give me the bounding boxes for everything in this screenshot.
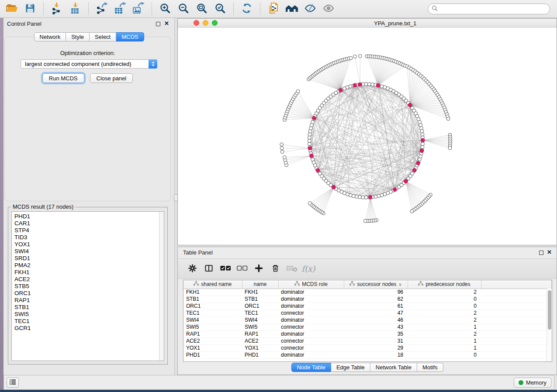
mcds-result-item[interactable]: ACE2 bbox=[14, 276, 158, 283]
toolbar-separator bbox=[260, 3, 260, 15]
table-row[interactable]: TEC1 TEC1 connector 47 2 bbox=[183, 309, 552, 316]
export-network-button[interactable] bbox=[94, 1, 110, 16]
tab-motifs[interactable]: Motifs bbox=[417, 363, 443, 372]
close-table-panel-icon[interactable]: ✕ bbox=[547, 249, 552, 255]
export-image-icon bbox=[132, 2, 145, 16]
table-scrollbar[interactable] bbox=[547, 289, 552, 361]
select-all-button[interactable] bbox=[219, 262, 232, 275]
run-mcds-button[interactable]: Run MCDS bbox=[42, 73, 84, 83]
table-row[interactable]: SWI4 SWI4 dominator 46 2 bbox=[183, 316, 552, 323]
float-panel-icon[interactable] bbox=[156, 22, 160, 26]
tab-network[interactable]: Network bbox=[34, 32, 66, 41]
column-header-name[interactable]: name bbox=[242, 280, 278, 289]
column-header-shared-name[interactable]: shared name bbox=[183, 280, 242, 289]
column-header-predecessor-nodes[interactable]: predecessor nodes bbox=[408, 280, 481, 289]
mcds-result-item[interactable]: SWI5 bbox=[14, 311, 158, 318]
save-session-button[interactable] bbox=[22, 1, 38, 16]
zoom-fit-button[interactable] bbox=[194, 1, 210, 16]
memory-status-icon bbox=[519, 380, 523, 385]
network-graph[interactable] bbox=[178, 28, 557, 245]
zoom-out-button[interactable] bbox=[176, 1, 191, 16]
export-table-button[interactable] bbox=[112, 1, 128, 16]
tab-network-table[interactable]: Network Table bbox=[370, 363, 417, 372]
minimize-window-icon[interactable] bbox=[203, 20, 208, 26]
mcds-result-item[interactable]: TID3 bbox=[14, 234, 158, 241]
table-scrollbar-thumb[interactable] bbox=[548, 290, 551, 330]
memory-button[interactable]: Memory bbox=[514, 378, 551, 388]
tab-style[interactable]: Style bbox=[66, 32, 90, 41]
dropdown-stepper-icon bbox=[149, 59, 157, 69]
columns-icon bbox=[204, 264, 213, 274]
twin-house-button[interactable] bbox=[284, 1, 300, 16]
mcds-result-item[interactable]: TEC1 bbox=[14, 318, 158, 325]
import-network-button[interactable] bbox=[49, 1, 65, 16]
table-settings-button[interactable] bbox=[186, 262, 199, 275]
maximize-window-icon[interactable] bbox=[212, 20, 218, 26]
function-builder-button[interactable]: f(x) bbox=[302, 262, 315, 275]
table-row[interactable]: YOX1 YOX1 connector 29 1 bbox=[183, 344, 552, 351]
sort-chevron-icon: ∨ bbox=[398, 282, 401, 287]
delete-column-button[interactable] bbox=[269, 262, 282, 275]
add-column-button[interactable] bbox=[252, 262, 265, 275]
mcds-result-item[interactable]: SRD1 bbox=[14, 255, 158, 262]
network-canvas[interactable] bbox=[178, 28, 557, 245]
search-input[interactable] bbox=[440, 6, 546, 12]
list-icon bbox=[9, 379, 16, 386]
desktop-edge bbox=[0, 18, 3, 390]
zoom-selected-button[interactable] bbox=[212, 1, 228, 16]
close-panel-icon[interactable]: ✕ bbox=[164, 21, 169, 27]
delete-table-button[interactable] bbox=[285, 262, 298, 275]
zoom-in-button[interactable] bbox=[157, 1, 173, 16]
column-header-successor-nodes[interactable]: successor nodes∨ bbox=[344, 280, 408, 289]
table-body: FKH1 FKH1 dominator 96 2 STB1 STB1 bbox=[183, 289, 552, 358]
mcds-result-item[interactable]: RAP1 bbox=[14, 297, 158, 304]
mcds-result-item[interactable]: PHD1 bbox=[14, 213, 158, 220]
table-row[interactable]: FKH1 FKH1 dominator 96 2 bbox=[183, 289, 552, 296]
mcds-result-item[interactable]: STB1 bbox=[14, 304, 158, 311]
search-field[interactable] bbox=[428, 3, 550, 14]
import-table-button[interactable] bbox=[67, 1, 83, 16]
network-window-titlebar[interactable]: YPA_prune.txt_1 bbox=[178, 19, 557, 28]
float-table-panel-icon[interactable] bbox=[539, 251, 543, 255]
refresh-layout-button[interactable] bbox=[239, 1, 255, 16]
eye-slash-button[interactable] bbox=[302, 1, 318, 16]
control-panel-tabs: Network Style Select MCDS bbox=[34, 32, 144, 41]
close-window-icon[interactable] bbox=[194, 20, 199, 26]
export-image-button[interactable] bbox=[131, 1, 146, 16]
table-row[interactable]: SWI5 SWI5 connector 43 1 bbox=[183, 323, 552, 330]
table-row[interactable]: PHD1 PHD1 dominator 18 0 bbox=[183, 351, 552, 358]
tab-select[interactable]: Select bbox=[90, 32, 116, 41]
export-table-icon bbox=[114, 2, 126, 16]
optimization-criterion-select[interactable]: largest connected component (undirected) bbox=[21, 59, 157, 69]
table-row[interactable]: RAP1 RAP1 dominator 35 2 bbox=[183, 330, 552, 337]
table-row[interactable]: STB1 STB1 dominator 62 0 bbox=[183, 296, 552, 303]
checked-boxes-icon bbox=[220, 265, 231, 273]
table-row[interactable]: ACE2 ACE2 connector 31 1 bbox=[183, 337, 552, 344]
show-columns-button[interactable] bbox=[202, 262, 215, 275]
close-panel-button[interactable]: Close panel bbox=[90, 73, 133, 83]
mcds-result-item[interactable]: SWI4 bbox=[14, 248, 158, 255]
zoom-out-icon bbox=[178, 3, 189, 15]
table-row[interactable]: ORC1 ORC1 dominator 61 0 bbox=[183, 303, 552, 309]
mcds-result-item[interactable]: YOX1 bbox=[14, 241, 158, 248]
table-toolbar: f(x) bbox=[178, 258, 557, 279]
tab-edge-table[interactable]: Edge Table bbox=[331, 363, 370, 372]
mcds-result-item[interactable]: STP4 bbox=[14, 227, 158, 234]
mcds-result-list[interactable]: PHD1CAR1STP4TID3YOX1SWI4SRD1PMA2FKH1ACE2… bbox=[11, 211, 164, 361]
eye-button[interactable] bbox=[321, 1, 336, 16]
deselect-all-button[interactable] bbox=[235, 262, 249, 275]
tab-node-table[interactable]: Node Table bbox=[291, 363, 331, 372]
mcds-result-item[interactable]: ORC1 bbox=[14, 290, 158, 297]
document-share-button[interactable] bbox=[266, 1, 281, 16]
mcds-result-item[interactable]: FKH1 bbox=[14, 269, 158, 276]
task-history-button[interactable] bbox=[7, 378, 19, 388]
mcds-result-item[interactable]: STB5 bbox=[14, 283, 158, 290]
tab-mcds[interactable]: MCDS bbox=[116, 32, 144, 41]
mcds-result-item[interactable]: CAR1 bbox=[14, 220, 158, 227]
open-session-button[interactable] bbox=[4, 1, 20, 16]
mcds-result-item[interactable]: PMA2 bbox=[14, 262, 158, 269]
hierarchy-icon bbox=[194, 281, 199, 287]
column-header-mcds-role[interactable]: MCDS role bbox=[278, 280, 344, 289]
mcds-result-item[interactable]: GCR1 bbox=[14, 325, 158, 332]
mcds-list-scrollbar[interactable] bbox=[159, 212, 164, 361]
